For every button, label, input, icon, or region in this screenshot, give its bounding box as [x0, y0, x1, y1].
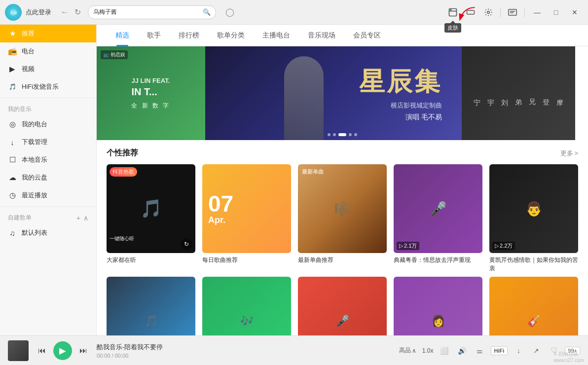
- sidebar-divider-1: [0, 98, 96, 98]
- tab-geshou[interactable]: 歌手: [138, 25, 170, 46]
- player-info: 酷我音乐-陪着我不要停 00:00 / 00:00: [97, 343, 393, 359]
- sidebar-item-my-radio[interactable]: ◎ 我的电台: [0, 115, 96, 133]
- volume-button[interactable]: 🔊: [455, 344, 469, 358]
- skin-button[interactable]: 皮肤: [445, 4, 461, 20]
- card-row2-5[interactable]: 🎸: [489, 277, 578, 335]
- sidebar-item-video[interactable]: ▶ 视频: [0, 60, 96, 78]
- svg-point-6: [487, 11, 490, 13]
- chevron-right-icon: >: [574, 149, 578, 157]
- playlist-collapse-button[interactable]: ∧: [83, 214, 88, 222]
- minimize-button[interactable]: —: [529, 5, 546, 19]
- card-label-daily: 每日歌曲推荐: [202, 256, 291, 264]
- search-input[interactable]: [93, 9, 203, 16]
- search-icon[interactable]: 🔍: [203, 8, 211, 16]
- play-count-1: ▷ 2.1万: [397, 242, 419, 250]
- volume-count[interactable]: 99+: [565, 347, 580, 355]
- close-button[interactable]: ✕: [566, 5, 583, 19]
- maximize-button[interactable]: □: [548, 5, 564, 19]
- banner-dot-5[interactable]: [354, 133, 357, 136]
- titlebar-actions: 皮肤 — □ ✕: [445, 4, 583, 20]
- count-text-1: 2.1万: [404, 242, 417, 250]
- sidebar-item-recent[interactable]: ◷ 最近播放: [0, 186, 96, 204]
- card-thumb-r3: 🎤: [298, 277, 387, 335]
- card-row2-2[interactable]: 🎶: [202, 277, 291, 335]
- download-button[interactable]: ↓: [512, 344, 525, 358]
- daily-date-num: 07: [208, 192, 233, 215]
- sidebar-label-video: 视频: [22, 65, 35, 73]
- card-thumb-huang: 👨 ▷ 2.2万: [489, 164, 578, 253]
- banner-slide-3[interactable]: 摩登兄弟刘宇宁: [462, 46, 575, 140]
- card-thumb-douyin: 🎵 抖音热歌 ↻ 一键随心听: [107, 164, 195, 253]
- tab-gedan[interactable]: 歌单分类: [208, 25, 254, 46]
- card-row2-3[interactable]: 🎤: [298, 277, 387, 335]
- sidebar: ★ 推荐 📻 电台 ▶ 视频 🎵 HiFi发烧音乐 我的音乐 ◎ 我的电台 ↓ …: [0, 25, 97, 335]
- nav-refresh-button[interactable]: ↻: [71, 6, 84, 19]
- next-button[interactable]: ⏭: [76, 343, 91, 358]
- card-new-single[interactable]: 最新单曲 🎼 最新单曲推荐: [298, 164, 387, 273]
- card-row2-4[interactable]: 👩: [394, 277, 482, 335]
- sidebar-label-cloud: 我的云盘: [22, 173, 47, 182]
- banner-dot-2[interactable]: [333, 133, 336, 136]
- mini-mode-button[interactable]: [463, 4, 478, 20]
- nav-back-button[interactable]: ←: [58, 6, 71, 19]
- speed-control[interactable]: 1.0x: [422, 347, 434, 354]
- playlist-add-button[interactable]: +: [76, 214, 80, 222]
- play-pause-button[interactable]: ▶: [53, 341, 72, 360]
- record-button[interactable]: ◯: [223, 5, 237, 19]
- star-icon: ★: [8, 29, 17, 38]
- equalizer-button[interactable]: ⚌: [473, 344, 487, 358]
- player-album-thumb: [8, 340, 29, 361]
- tab-paihangbang[interactable]: 排行榜: [170, 25, 208, 46]
- login-button[interactable]: 点此登录: [26, 8, 51, 17]
- banner-dots: [328, 133, 357, 136]
- desktop-lyrics-button[interactable]: [505, 4, 520, 20]
- sidebar-item-downloads[interactable]: ↓ 下载管理: [0, 133, 96, 151]
- sidebar-item-cloud[interactable]: ☁ 我的云盘: [0, 169, 96, 186]
- card-huang-kai-sheng[interactable]: 👨 ▷ 2.2万 黄凯芹伤感情歌｜如果你知我的苦衷: [489, 164, 578, 273]
- hifi-button[interactable]: HiFi: [491, 346, 508, 355]
- quality-tag[interactable]: 高品 ∧: [399, 346, 416, 355]
- card-daily[interactable]: 07 Apr. 每日歌曲推荐: [202, 164, 291, 273]
- sidebar-item-recommend[interactable]: ★ 推荐: [0, 25, 96, 42]
- titlebar: KW 点此登录 ← ↻ 🔍 ◯ 皮肤 — □ ✕: [0, 0, 588, 25]
- settings-button[interactable]: [480, 4, 496, 20]
- playlist-title: 自建歌单: [8, 214, 32, 222]
- sidebar-item-default-list[interactable]: ♫ 默认列表: [0, 224, 96, 242]
- sidebar-label-default-list: 默认列表: [22, 228, 47, 237]
- banner-slides: JJ LIN FEAT. IN T... 全 新 数 字 📺 初恋娱 星辰集 横…: [97, 46, 588, 140]
- share-button[interactable]: ↗: [529, 344, 543, 358]
- card-label-new: 最新单曲推荐: [298, 256, 387, 264]
- personality-section: 个性推荐 更多 > 🎵: [97, 140, 588, 277]
- banner-slide-2[interactable]: 星辰集 横店影视城定制曲 演唱 毛不易: [205, 46, 462, 140]
- banner-dot-3[interactable]: [338, 133, 346, 136]
- sidebar-label-local: 本地音乐: [22, 155, 47, 164]
- popular-cover: 🎤: [394, 164, 482, 253]
- refresh-icon[interactable]: ↻: [181, 238, 192, 250]
- more-link[interactable]: 更多 >: [560, 149, 578, 158]
- row2-cover-2: 🎶: [202, 277, 291, 335]
- sidebar-divider-2: [0, 206, 96, 207]
- sidebar-item-radio[interactable]: 📻 电台: [0, 42, 96, 60]
- quality-label: 高品: [399, 346, 411, 355]
- tab-zhibo[interactable]: 主播电台: [254, 25, 299, 46]
- card-thumb-r1: 🎵: [107, 277, 195, 335]
- cards-grid-1: 🎵 抖音热歌 ↻ 一键随心听 大家都在听 0: [107, 164, 578, 273]
- banner-slide-1[interactable]: JJ LIN FEAT. IN T... 全 新 数 字 📺 初恋娱: [97, 46, 205, 140]
- banner-dot-1[interactable]: [328, 133, 331, 136]
- tab-vip[interactable]: 会员专区: [344, 25, 390, 46]
- prev-button[interactable]: ⏮: [35, 343, 49, 358]
- banner-dot-4[interactable]: [349, 133, 352, 136]
- cloud-icon: ☁: [8, 173, 17, 182]
- tab-jingxuan[interactable]: 精选: [107, 25, 138, 46]
- sidebar-item-hifi[interactable]: 🎵 HiFi发烧音乐: [0, 78, 96, 96]
- card-dian-cang[interactable]: 🎤 ▷ 2.1万 典藏粤香：情思故去浮声重现: [394, 164, 482, 273]
- huang-cover: 👨: [489, 164, 578, 253]
- card-label-popular: 典藏粤香：情思故去浮声重现: [394, 256, 482, 264]
- tab-yinyue[interactable]: 音乐现场: [299, 25, 344, 46]
- card-label-huang: 黄凯芹伤感情歌｜如果你知我的苦衷: [489, 256, 578, 273]
- card-row2-1[interactable]: 🎵: [107, 277, 195, 335]
- favorite-button[interactable]: ♡: [547, 344, 561, 358]
- screen-cast-button[interactable]: ⬜: [438, 344, 451, 358]
- card-douyin-hot[interactable]: 🎵 抖音热歌 ↻ 一键随心听 大家都在听: [107, 164, 195, 273]
- sidebar-item-local[interactable]: ☐ 本地音乐: [0, 151, 96, 169]
